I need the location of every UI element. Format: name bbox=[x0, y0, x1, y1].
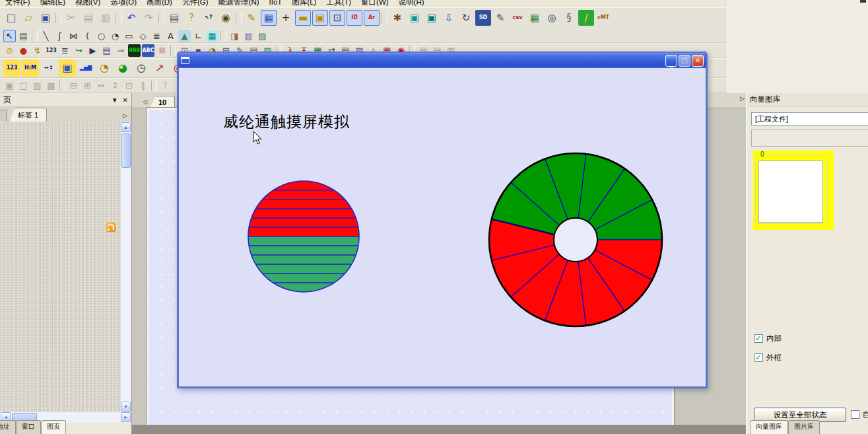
bar-graph-icon[interactable]: ▂▅▇ bbox=[77, 59, 94, 77]
image-library-icon[interactable]: ▨ bbox=[256, 30, 269, 42]
right-bottom-tab[interactable]: 图片库 bbox=[788, 420, 820, 434]
clipped-tab[interactable] bbox=[0, 110, 7, 122]
bit-lamp-icon[interactable]: ⊙ bbox=[3, 44, 16, 57]
library-select[interactable]: [工程文件] bbox=[751, 112, 868, 126]
menu-item[interactable]: 图库(L) bbox=[292, 0, 316, 7]
group-icon[interactable]: ▣ bbox=[3, 79, 16, 92]
vscroll-thumb[interactable] bbox=[121, 133, 131, 168]
distribute-icon[interactable]: ∥ bbox=[137, 79, 149, 92]
online-simulation-icon[interactable]: ▣ bbox=[407, 10, 422, 26]
menu-item[interactable]: IIoT bbox=[269, 0, 283, 7]
tab-window-10[interactable]: 10 bbox=[150, 96, 175, 108]
barcode-icon[interactable]: ||| bbox=[156, 44, 168, 57]
context-help-icon[interactable]: ↖? bbox=[201, 10, 217, 26]
vertical-scrollbar[interactable]: ▲ ▼ bbox=[121, 122, 131, 412]
menu-item[interactable]: 工具(T) bbox=[326, 0, 351, 7]
same-size-icon[interactable]: ⊡ bbox=[123, 79, 135, 92]
state-display-icon[interactable]: ▣ bbox=[59, 59, 76, 77]
object-properties-icon[interactable]: ▤ bbox=[17, 30, 30, 42]
usb-tool-icon[interactable]: § bbox=[561, 10, 577, 26]
frame-checkbox[interactable] bbox=[754, 353, 763, 362]
select-arrow-icon[interactable]: ↖ bbox=[3, 30, 16, 42]
left-bottom-tab[interactable]: 窗口 bbox=[16, 420, 41, 434]
recipe-database-icon[interactable]: ▦ bbox=[527, 10, 543, 26]
draw-polygon-icon[interactable]: ◇ bbox=[137, 30, 149, 42]
numeric-display-icon[interactable]: 123 bbox=[3, 59, 20, 77]
save-file-icon[interactable]: ▣ bbox=[38, 10, 53, 26]
pen-icon[interactable]: ✎ bbox=[244, 10, 259, 26]
tab-label-1[interactable]: 标签 1 bbox=[9, 108, 47, 122]
minimize-button[interactable]: _ bbox=[665, 55, 677, 67]
scroll-down-icon[interactable]: ▼ bbox=[121, 402, 131, 412]
offline-simulation-icon[interactable]: ▣ bbox=[424, 10, 440, 26]
comment-icon[interactable]: ⊡ bbox=[329, 10, 345, 26]
option-frame[interactable]: 外框 bbox=[754, 353, 782, 363]
draw-pie-icon[interactable]: ◔ bbox=[109, 30, 121, 42]
menu-item[interactable]: 选项(O) bbox=[110, 0, 137, 7]
draw-bezier-icon[interactable]: ʃ bbox=[53, 30, 66, 42]
compile-icon[interactable]: ✱ bbox=[389, 10, 405, 26]
menu-item[interactable]: 元件(G) bbox=[182, 0, 209, 7]
auto-checkbox[interactable] bbox=[851, 410, 859, 419]
simulation-window[interactable]: _ □ ✕ 威纶通触摸屏模拟 bbox=[177, 52, 708, 388]
align-center-v-icon[interactable]: ⊟ bbox=[67, 79, 80, 92]
same-width-icon[interactable]: ↔ bbox=[95, 79, 108, 92]
draw-line-icon[interactable]: ╲ bbox=[40, 30, 52, 42]
hatch-dark-icon[interactable]: ▩ bbox=[45, 79, 57, 92]
draw-circle-icon[interactable]: ○ bbox=[95, 30, 108, 42]
copy-icon[interactable]: ▤ bbox=[81, 10, 96, 26]
align-center-h-icon[interactable]: ⊞ bbox=[81, 79, 94, 92]
numeric-input-icon[interactable]: 999 bbox=[128, 44, 141, 57]
left-bottom-tab[interactable]: 图页 bbox=[41, 420, 66, 434]
change-screen-icon[interactable]: ↪ bbox=[73, 44, 85, 57]
draw-polyline-icon[interactable]: ⋈ bbox=[67, 30, 80, 42]
insert-picture-icon[interactable]: ▲ bbox=[178, 30, 191, 42]
menu-item[interactable]: 说明(H) bbox=[399, 0, 424, 7]
simulation-titlebar[interactable]: _ □ ✕ bbox=[178, 53, 706, 68]
ascii-input-icon[interactable]: ABC bbox=[142, 44, 154, 57]
canvas-tab-scroll-left-icon[interactable]: ◁ bbox=[143, 98, 147, 105]
window-bar-icon[interactable]: ▬ bbox=[295, 10, 311, 26]
draw-arc-icon[interactable]: ( bbox=[81, 30, 94, 42]
multi-state-switch-icon[interactable]: ≣ bbox=[59, 44, 71, 57]
pass-through-icon[interactable]: ✎ bbox=[492, 10, 508, 26]
panel-close-icon[interactable]: ✕ bbox=[123, 96, 128, 104]
cmt-viewer-icon[interactable]: cMT bbox=[595, 10, 611, 26]
open-folder-icon[interactable]: ▱ bbox=[20, 10, 36, 26]
right-bottom-tab[interactable]: 向量图库 bbox=[750, 420, 788, 434]
simulation-screen[interactable]: 威纶通触摸屏模拟 bbox=[179, 68, 706, 386]
trend-display-icon[interactable]: ↗ bbox=[151, 59, 168, 77]
meter-display-icon[interactable]: ◔ bbox=[96, 59, 113, 77]
same-height-icon[interactable]: ↕ bbox=[109, 79, 121, 92]
maximize-button[interactable]: □ bbox=[679, 55, 690, 67]
paste-icon[interactable]: ▥ bbox=[98, 10, 114, 26]
print-icon[interactable]: ▤ bbox=[166, 10, 182, 26]
find-address-icon[interactable]: ◉ bbox=[218, 10, 234, 26]
snap-origin-icon[interactable]: + bbox=[278, 10, 294, 26]
menu-item[interactable]: 视图(V) bbox=[75, 0, 100, 7]
draw-rectangle-icon[interactable]: ▭ bbox=[123, 30, 135, 42]
menu-item[interactable]: 编辑(E) bbox=[40, 0, 65, 7]
download-icon[interactable]: ⇩ bbox=[441, 10, 457, 26]
move-display-icon[interactable]: ↔↕ bbox=[40, 59, 57, 77]
set-bit-icon[interactable]: ↯ bbox=[31, 44, 44, 57]
tab-scroll-right-icon[interactable]: ▷ bbox=[123, 112, 127, 119]
hatch-light-icon[interactable]: ▨ bbox=[31, 79, 44, 92]
clock-object-icon[interactable]: ◷ bbox=[133, 59, 150, 77]
menu-item[interactable]: 文件(F) bbox=[5, 0, 30, 7]
ar-display-icon[interactable]: Ar bbox=[364, 10, 380, 26]
help-icon[interactable]: ? bbox=[184, 10, 199, 26]
draw-scale-icon[interactable]: ≣ bbox=[150, 30, 163, 42]
user-key-icon[interactable]: ⊸ bbox=[114, 44, 127, 57]
panel-collapse-icon[interactable]: ▼ bbox=[112, 96, 118, 104]
redo-icon[interactable]: ↷ bbox=[141, 10, 156, 26]
menu-item[interactable]: 画面(D) bbox=[147, 0, 172, 7]
data-search-icon[interactable]: ◎ bbox=[544, 10, 560, 26]
inner-checkbox[interactable] bbox=[754, 334, 763, 343]
word-lamp-icon[interactable]: ● bbox=[17, 44, 30, 57]
csv-export-icon[interactable]: csv bbox=[510, 10, 525, 26]
cyan-table-icon[interactable]: ▦ bbox=[206, 30, 218, 42]
option-auto-partial[interactable]: 自 bbox=[851, 410, 868, 419]
canvas-tab-scroll-right-icon[interactable]: ▷ bbox=[740, 95, 745, 102]
address-book-icon[interactable]: ▥ bbox=[242, 30, 255, 42]
